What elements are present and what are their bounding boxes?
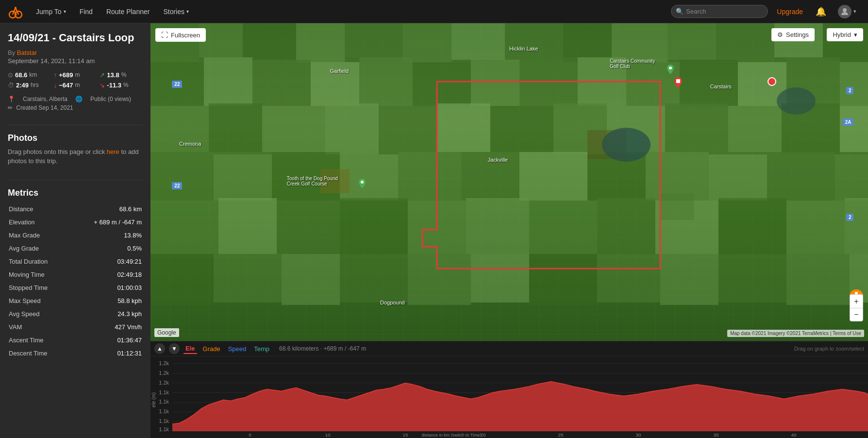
metric-value: 02:49:18 [69, 269, 142, 281]
photos-description: Drag photos onto this page or click here… [8, 147, 143, 166]
map-copyright: Map data ©2021 Imagery ©2021 TerraMetric… [727, 330, 864, 337]
chart-tab-grade[interactable]: Grade [201, 344, 222, 354]
location-icon: 📍 [8, 96, 15, 102]
svg-text:1.1k: 1.1k [159, 399, 169, 404]
metrics-section-title: Metrics [8, 188, 143, 198]
nav-stories[interactable]: Stories ▾ [158, 5, 194, 18]
route-title: 14/09/21 - Carstairs Loop [8, 31, 143, 45]
metric-value: 24.3 kph [69, 308, 142, 320]
metric-value: 01:12:31 [69, 347, 142, 359]
elev-loss-unit: m [75, 82, 80, 88]
map-zoom-controls: + − [850, 294, 863, 321]
location-text: Carstairs, Alberta [23, 96, 67, 102]
zoom-out-button[interactable]: − [850, 308, 863, 321]
max-grade-icon: ↗ [100, 71, 105, 79]
chart-canvas[interactable]: 1.2k 1.2k 1.2k 1.1k 1.1k 1.1k 1.1k 1.1k … [150, 356, 868, 437]
svg-point-86 [768, 78, 776, 85]
elevation-chart-svg: 1.2k 1.2k 1.2k 1.1k 1.1k 1.1k 1.1k 1.1k … [150, 356, 868, 437]
stat-max-grade: ↗ 13.8 % [100, 71, 143, 79]
svg-text:ele (m): ele (m) [151, 392, 156, 407]
highway-marker-22b: 22 [172, 182, 182, 189]
svg-text:1.1k: 1.1k [159, 389, 169, 395]
elev-loss-value: −647 [59, 82, 73, 89]
chart-nav-down[interactable]: ▼ [169, 343, 180, 354]
min-grade-value: -11.3 [107, 82, 121, 89]
clock-icon: ⏱ [8, 82, 14, 89]
nav-jump-to[interactable]: Jump To ▾ [31, 5, 71, 18]
metric-value: 58.8 kph [69, 295, 142, 307]
user-avatar[interactable]: ▾ [834, 3, 860, 20]
metric-value: 427 Vm/h [69, 321, 142, 333]
map-section: ⛶ Fullscreen ⚙ ⚙ Settings Settings Hybri… [150, 23, 868, 438]
min-grade-unit: % [123, 82, 129, 88]
svg-text:1.2k: 1.2k [159, 370, 169, 376]
metric-row-5: Moving Time 02:49:18 [9, 269, 142, 281]
metric-row-6: Stopped Time 01:00:03 [9, 282, 142, 294]
chart-info: 68.6 kilometers · +689 m / -647 m [279, 345, 366, 352]
search-input[interactable] [671, 5, 768, 18]
chart-tab-ele[interactable]: Ele [184, 344, 197, 354]
upgrade-button[interactable]: Upgrade [772, 5, 808, 18]
metric-row-10: Ascent Time 01:36:47 [9, 334, 142, 346]
nav-find[interactable]: Find [75, 5, 98, 18]
nav-route-planner[interactable]: Route Planner [101, 5, 155, 18]
svg-text:15: 15 [402, 432, 408, 437]
stat-elevation-loss: ↓ −647 m [54, 82, 97, 89]
svg-rect-89 [676, 79, 680, 83]
app-logo[interactable] [8, 4, 23, 19]
main-content: 14/09/21 - Carstairs Loop By Batstar Sep… [0, 23, 868, 438]
metric-row-11: Descent Time 01:12:31 [9, 347, 142, 359]
chart-tab-speed[interactable]: Speed [226, 344, 249, 354]
google-logo: Google [154, 328, 179, 337]
chart-toolbar: ▲ ▼ Ele Grade Speed Temp 68.6 kilometers… [150, 341, 868, 356]
metric-value: + 689 m / -647 m [69, 216, 142, 228]
stat-elevation-gain: ↑ +689 m [54, 71, 97, 79]
pin-carstairs-golf[interactable] [667, 65, 674, 76]
duration-unit: hrs [31, 82, 39, 88]
chart-nav-up[interactable]: ▲ [154, 343, 165, 354]
pencil-icon: ✏ [8, 104, 13, 111]
chart-drag-hint: Drag on graph to zoom/select [794, 346, 864, 352]
chart-section: ▲ ▼ Ele Grade Speed Temp 68.6 kilometers… [150, 341, 868, 438]
elev-gain-value: +689 [59, 71, 73, 79]
distance-unit: km [29, 71, 37, 78]
metric-row-1: Elevation + 689 m / -647 m [9, 216, 142, 228]
duration-value: 2:49 [16, 82, 29, 89]
notification-bell-icon[interactable]: 🔔 [812, 6, 830, 17]
metric-label: Avg Speed [9, 308, 68, 320]
sidebar: 14/09/21 - Carstairs Loop By Batstar Sep… [0, 23, 150, 438]
metric-label: Max Grade [9, 229, 68, 241]
pin-tooth-dog[interactable] [359, 179, 366, 190]
chart-tab-temp[interactable]: Temp [252, 344, 271, 354]
divider-1 [8, 125, 143, 125]
chevron-down-icon-user: ▾ [853, 8, 856, 15]
distance-icon: ⊙ [8, 71, 13, 79]
map-container[interactable]: ⛶ Fullscreen ⚙ ⚙ Settings Settings Hybri… [150, 23, 868, 341]
chevron-down-icon: ▾ [64, 9, 66, 14]
settings-button[interactable]: ⚙ ⚙ Settings Settings [771, 28, 815, 41]
metric-value: 01:00:03 [69, 282, 142, 294]
search-wrapper: 🔍 [671, 5, 768, 18]
svg-text:1.2k: 1.2k [159, 360, 169, 366]
visibility-text: Public (0 views) [90, 96, 131, 102]
zoom-in-button[interactable]: + [850, 294, 863, 308]
svg-point-2 [15, 7, 17, 9]
metric-row-7: Max Speed 58.8 kph [9, 295, 142, 307]
metric-label: Stopped Time [9, 282, 68, 294]
metric-row-3: Avg Grade 0.5% [9, 242, 142, 254]
svg-text:10: 10 [325, 432, 331, 437]
metric-value: 03:49:21 [69, 255, 142, 268]
distance-value: 68.6 [15, 71, 27, 79]
metric-label: Distance [9, 203, 68, 215]
elev-loss-icon: ↓ [54, 82, 57, 89]
photos-section-title: Photos [8, 133, 143, 143]
hybrid-button[interactable]: Hybrid ▾ [827, 28, 863, 41]
svg-point-88 [361, 181, 364, 184]
map-toolbar: ⛶ Fullscreen [155, 28, 206, 42]
author-link[interactable]: Batstar [17, 49, 37, 56]
pin-route-start[interactable] [674, 77, 682, 90]
photos-here-link[interactable]: here [107, 148, 119, 155]
created-row: ✏ Created Sep 14, 2021 [8, 104, 143, 111]
fullscreen-button[interactable]: ⛶ Fullscreen [155, 28, 206, 42]
highway-marker-22: 22 [172, 81, 182, 88]
